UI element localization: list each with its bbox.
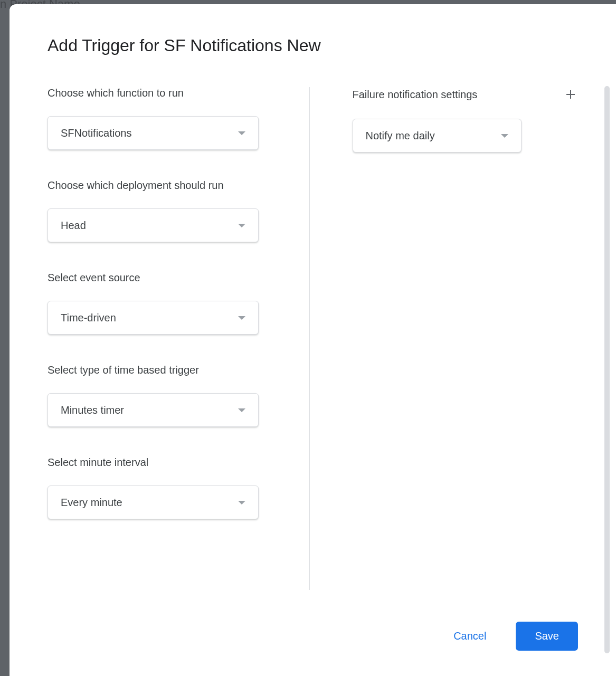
failure-notification-label: Failure notification settings (353, 89, 478, 101)
deployment-field-group: Choose which deployment should run Head (48, 179, 273, 242)
interval-field-group: Select minute interval Every minute (48, 456, 273, 519)
modal-title: Add Trigger for SF Notifications New (48, 36, 578, 55)
chevron-down-icon (238, 408, 245, 412)
event-source-label: Select event source (48, 272, 273, 284)
chevron-down-icon (238, 131, 245, 135)
modal-footer: Cancel Save (10, 601, 616, 676)
scrollbar[interactable] (604, 86, 610, 653)
event-source-select-value: Time-driven (61, 312, 238, 324)
add-notification-button[interactable] (563, 87, 578, 102)
deployment-select-value: Head (61, 220, 238, 232)
interval-select-value: Every minute (61, 497, 238, 509)
chevron-down-icon (238, 501, 245, 504)
column-divider (309, 87, 310, 590)
failure-section-header: Failure notification settings (353, 87, 579, 102)
notify-select[interactable]: Notify me daily (353, 119, 522, 153)
right-column: Failure notification settings Notify me … (305, 87, 579, 601)
modal-header: Add Trigger for SF Notifications New (10, 4, 616, 87)
function-select-value: SFNotifications (61, 127, 238, 139)
modal-body: Choose which function to run SFNotificat… (10, 87, 616, 601)
add-trigger-modal: Add Trigger for SF Notifications New Cho… (10, 4, 616, 676)
deployment-label: Choose which deployment should run (48, 179, 273, 192)
trigger-type-field-group: Select type of time based trigger Minute… (48, 364, 273, 427)
chevron-down-icon (238, 316, 245, 320)
interval-select[interactable]: Every minute (48, 485, 259, 519)
trigger-type-label: Select type of time based trigger (48, 364, 273, 376)
chevron-down-icon (501, 134, 508, 138)
function-field-group: Choose which function to run SFNotificat… (48, 87, 273, 150)
function-label: Choose which function to run (48, 87, 273, 99)
plus-icon (564, 88, 577, 101)
cancel-button[interactable]: Cancel (453, 630, 486, 642)
trigger-type-select-value: Minutes timer (61, 404, 238, 416)
deployment-select[interactable]: Head (48, 208, 259, 242)
function-select[interactable]: SFNotifications (48, 116, 259, 150)
save-button[interactable]: Save (516, 622, 578, 651)
trigger-type-select[interactable]: Minutes timer (48, 393, 259, 427)
notify-select-value: Notify me daily (366, 130, 501, 142)
event-source-field-group: Select event source Time-driven (48, 272, 273, 335)
failure-notification-group: Failure notification settings Notify me … (353, 87, 579, 153)
event-source-select[interactable]: Time-driven (48, 301, 259, 335)
chevron-down-icon (238, 224, 245, 227)
left-column: Choose which function to run SFNotificat… (48, 87, 305, 601)
interval-label: Select minute interval (48, 456, 273, 469)
